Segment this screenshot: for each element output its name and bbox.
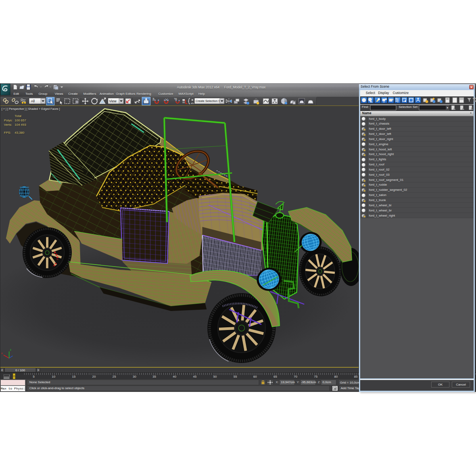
svg-text:Create Selection Se: Create Selection Se	[196, 99, 222, 103]
svg-text:View: View	[109, 99, 117, 103]
svg-text:z: z	[10, 348, 12, 351]
svg-text:3: 3	[152, 97, 154, 101]
svg-text:abc: abc	[191, 102, 195, 104]
svg-text:All: All	[31, 99, 35, 103]
svg-text:x: x	[1, 352, 3, 355]
